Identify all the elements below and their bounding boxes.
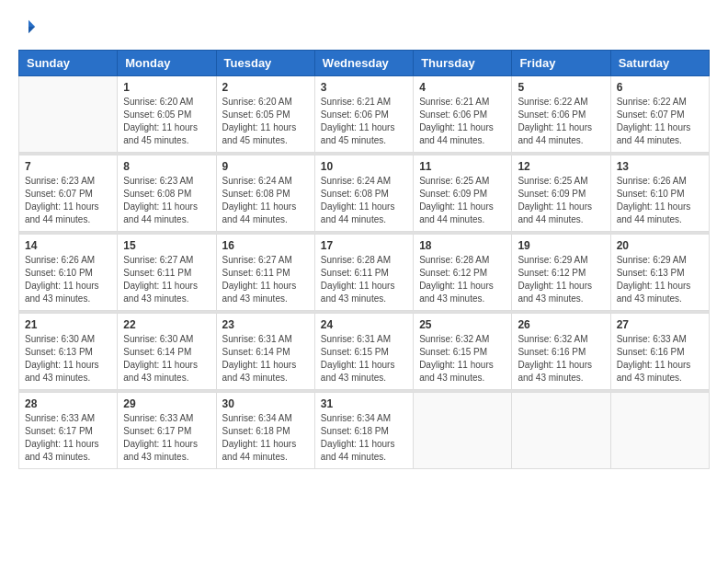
calendar-cell: 29Sunrise: 6:33 AM Sunset: 6:17 PM Dayli… <box>118 393 216 469</box>
calendar-week-5: 28Sunrise: 6:33 AM Sunset: 6:17 PM Dayli… <box>19 393 710 469</box>
svg-marker-1 <box>28 27 35 33</box>
calendar-cell: 8Sunrise: 6:23 AM Sunset: 6:08 PM Daylig… <box>118 155 216 232</box>
day-number: 2 <box>222 81 309 94</box>
day-number: 30 <box>222 397 309 410</box>
day-number: 29 <box>123 397 210 410</box>
calendar-cell: 11Sunrise: 6:25 AM Sunset: 6:09 PM Dayli… <box>414 155 512 232</box>
calendar-cell: 18Sunrise: 6:28 AM Sunset: 6:12 PM Dayli… <box>414 235 512 311</box>
calendar-cell: 13Sunrise: 6:26 AM Sunset: 6:10 PM Dayli… <box>610 155 709 232</box>
calendar-cell: 21Sunrise: 6:30 AM Sunset: 6:13 PM Dayli… <box>19 314 118 390</box>
logo-flag-icon <box>20 18 37 35</box>
day-number: 18 <box>419 239 506 252</box>
day-number: 15 <box>123 239 210 252</box>
day-info: Sunrise: 6:20 AM Sunset: 6:05 PM Dayligh… <box>222 96 309 147</box>
day-info: Sunrise: 6:25 AM Sunset: 6:09 PM Dayligh… <box>518 175 604 226</box>
calendar-cell: 1Sunrise: 6:20 AM Sunset: 6:05 PM Daylig… <box>118 76 216 153</box>
day-info: Sunrise: 6:20 AM Sunset: 6:05 PM Dayligh… <box>123 96 210 147</box>
day-number: 31 <box>321 397 407 410</box>
day-info: Sunrise: 6:31 AM Sunset: 6:14 PM Dayligh… <box>222 333 309 385</box>
calendar-week-2: 7Sunrise: 6:23 AM Sunset: 6:07 PM Daylig… <box>19 155 710 232</box>
day-number: 20 <box>617 239 703 252</box>
day-number: 11 <box>419 160 506 173</box>
day-info: Sunrise: 6:28 AM Sunset: 6:11 PM Dayligh… <box>321 254 407 305</box>
calendar-table: SundayMondayTuesdayWednesdayThursdayFrid… <box>18 50 710 469</box>
col-header-wednesday: Wednesday <box>314 51 413 76</box>
day-number: 23 <box>222 318 309 331</box>
calendar-cell: 15Sunrise: 6:27 AM Sunset: 6:11 PM Dayli… <box>118 235 216 311</box>
calendar-cell: 27Sunrise: 6:33 AM Sunset: 6:16 PM Dayli… <box>610 314 709 390</box>
day-number: 8 <box>123 160 210 173</box>
day-number: 3 <box>321 81 407 94</box>
day-number: 9 <box>222 160 309 173</box>
calendar-cell: 6Sunrise: 6:22 AM Sunset: 6:07 PM Daylig… <box>610 76 709 153</box>
calendar-header-row: SundayMondayTuesdayWednesdayThursdayFrid… <box>19 51 710 76</box>
day-info: Sunrise: 6:26 AM Sunset: 6:10 PM Dayligh… <box>617 175 703 226</box>
calendar-cell: 10Sunrise: 6:24 AM Sunset: 6:08 PM Dayli… <box>314 155 413 232</box>
day-number: 12 <box>518 160 604 173</box>
day-number: 6 <box>617 81 703 94</box>
day-info: Sunrise: 6:24 AM Sunset: 6:08 PM Dayligh… <box>321 175 407 226</box>
col-header-sunday: Sunday <box>19 51 118 76</box>
day-number: 22 <box>123 318 210 331</box>
calendar-cell: 30Sunrise: 6:34 AM Sunset: 6:18 PM Dayli… <box>216 393 314 469</box>
day-number: 19 <box>518 239 604 252</box>
calendar-cell <box>414 393 512 469</box>
calendar-cell: 14Sunrise: 6:26 AM Sunset: 6:10 PM Dayli… <box>19 235 118 311</box>
day-number: 24 <box>321 318 407 331</box>
day-number: 4 <box>419 81 506 94</box>
calendar-cell: 5Sunrise: 6:22 AM Sunset: 6:06 PM Daylig… <box>512 76 610 153</box>
day-info: Sunrise: 6:27 AM Sunset: 6:11 PM Dayligh… <box>222 254 309 305</box>
day-info: Sunrise: 6:33 AM Sunset: 6:17 PM Dayligh… <box>25 412 111 464</box>
col-header-friday: Friday <box>512 51 610 76</box>
day-info: Sunrise: 6:21 AM Sunset: 6:06 PM Dayligh… <box>321 96 407 147</box>
day-number: 28 <box>25 397 111 410</box>
day-info: Sunrise: 6:21 AM Sunset: 6:06 PM Dayligh… <box>419 96 506 147</box>
day-number: 1 <box>123 81 210 94</box>
day-info: Sunrise: 6:32 AM Sunset: 6:16 PM Dayligh… <box>518 333 604 385</box>
calendar-cell <box>610 393 709 469</box>
day-info: Sunrise: 6:32 AM Sunset: 6:15 PM Dayligh… <box>419 333 506 385</box>
col-header-tuesday: Tuesday <box>216 51 314 76</box>
day-info: Sunrise: 6:33 AM Sunset: 6:17 PM Dayligh… <box>123 412 210 464</box>
day-info: Sunrise: 6:24 AM Sunset: 6:08 PM Dayligh… <box>222 175 309 226</box>
col-header-thursday: Thursday <box>414 51 512 76</box>
day-info: Sunrise: 6:30 AM Sunset: 6:14 PM Dayligh… <box>123 333 210 385</box>
day-info: Sunrise: 6:22 AM Sunset: 6:07 PM Dayligh… <box>617 96 703 147</box>
calendar-cell: 26Sunrise: 6:32 AM Sunset: 6:16 PM Dayli… <box>512 314 610 390</box>
day-info: Sunrise: 6:33 AM Sunset: 6:16 PM Dayligh… <box>617 333 703 385</box>
day-number: 17 <box>321 239 407 252</box>
calendar-cell <box>512 393 610 469</box>
svg-marker-0 <box>28 20 35 27</box>
col-header-saturday: Saturday <box>610 51 709 76</box>
day-number: 14 <box>25 239 111 252</box>
calendar-cell: 28Sunrise: 6:33 AM Sunset: 6:17 PM Dayli… <box>19 393 118 469</box>
day-info: Sunrise: 6:34 AM Sunset: 6:18 PM Dayligh… <box>321 412 407 464</box>
calendar-cell: 17Sunrise: 6:28 AM Sunset: 6:11 PM Dayli… <box>314 235 413 311</box>
day-info: Sunrise: 6:26 AM Sunset: 6:10 PM Dayligh… <box>25 254 111 305</box>
calendar-cell: 24Sunrise: 6:31 AM Sunset: 6:15 PM Dayli… <box>314 314 413 390</box>
day-info: Sunrise: 6:25 AM Sunset: 6:09 PM Dayligh… <box>419 175 506 226</box>
logo <box>18 18 37 35</box>
page-header <box>18 18 710 35</box>
day-info: Sunrise: 6:29 AM Sunset: 6:12 PM Dayligh… <box>518 254 604 305</box>
day-info: Sunrise: 6:23 AM Sunset: 6:07 PM Dayligh… <box>25 175 111 226</box>
calendar-week-4: 21Sunrise: 6:30 AM Sunset: 6:13 PM Dayli… <box>19 314 710 390</box>
calendar-cell: 19Sunrise: 6:29 AM Sunset: 6:12 PM Dayli… <box>512 235 610 311</box>
day-number: 21 <box>25 318 111 331</box>
day-number: 25 <box>419 318 506 331</box>
day-info: Sunrise: 6:30 AM Sunset: 6:13 PM Dayligh… <box>25 333 111 385</box>
col-header-monday: Monday <box>118 51 216 76</box>
day-number: 5 <box>518 81 604 94</box>
day-number: 7 <box>25 160 111 173</box>
day-info: Sunrise: 6:23 AM Sunset: 6:08 PM Dayligh… <box>123 175 210 226</box>
calendar-cell: 9Sunrise: 6:24 AM Sunset: 6:08 PM Daylig… <box>216 155 314 232</box>
calendar-cell: 2Sunrise: 6:20 AM Sunset: 6:05 PM Daylig… <box>216 76 314 153</box>
calendar-cell: 23Sunrise: 6:31 AM Sunset: 6:14 PM Dayli… <box>216 314 314 390</box>
day-info: Sunrise: 6:29 AM Sunset: 6:13 PM Dayligh… <box>617 254 703 305</box>
calendar-week-3: 14Sunrise: 6:26 AM Sunset: 6:10 PM Dayli… <box>19 235 710 311</box>
calendar-cell: 20Sunrise: 6:29 AM Sunset: 6:13 PM Dayli… <box>610 235 709 311</box>
calendar-cell: 22Sunrise: 6:30 AM Sunset: 6:14 PM Dayli… <box>118 314 216 390</box>
calendar-cell: 31Sunrise: 6:34 AM Sunset: 6:18 PM Dayli… <box>314 393 413 469</box>
calendar-cell: 16Sunrise: 6:27 AM Sunset: 6:11 PM Dayli… <box>216 235 314 311</box>
day-number: 10 <box>321 160 407 173</box>
